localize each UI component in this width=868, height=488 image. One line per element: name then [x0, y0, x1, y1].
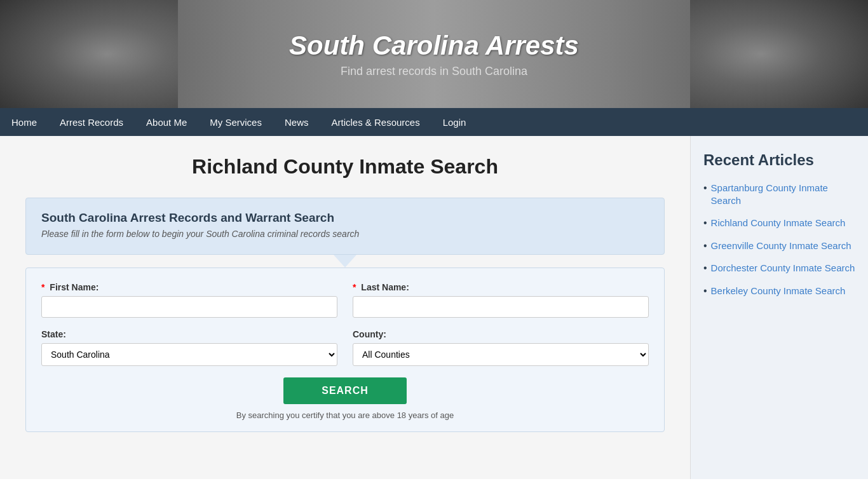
list-item: • Berkeley County Inmate Search — [703, 285, 855, 297]
article-link-2[interactable]: Richland County Inmate Search — [711, 217, 846, 229]
sidebar: Recent Articles • Spartanburg County Inm… — [690, 136, 868, 479]
list-item: • Spartanburg County Inmate Search — [703, 182, 855, 207]
county-label: County: — [353, 329, 649, 339]
nav-login[interactable]: Login — [431, 108, 478, 136]
bullet-icon-5: • — [703, 285, 707, 297]
sidebar-title: Recent Articles — [703, 151, 855, 169]
first-name-group: * First Name: — [41, 282, 337, 318]
list-item: • Greenville County Inmate Search — [703, 240, 855, 252]
state-group: State: South Carolina — [41, 329, 337, 366]
callout-arrow — [334, 255, 356, 268]
site-subtitle: Find arrest records in South Carolina — [289, 65, 579, 78]
county-select[interactable]: All Counties Richland County Berkeley Co… — [353, 343, 649, 366]
search-intro-box: South Carolina Arrest Records and Warran… — [25, 198, 665, 255]
bullet-icon-3: • — [703, 240, 707, 252]
bullet-icon-4: • — [703, 262, 707, 274]
certify-text: By searching you certify that you are ab… — [236, 410, 454, 420]
first-name-required-star: * — [41, 282, 44, 292]
list-item: • Dorchester County Inmate Search — [703, 262, 855, 274]
nav-arrest-records[interactable]: Arrest Records — [48, 108, 135, 136]
article-link-4[interactable]: Dorchester County Inmate Search — [711, 262, 855, 274]
article-link-1[interactable]: Spartanburg County Inmate Search — [711, 182, 855, 207]
search-box-subtitle: Please fill in the form below to begin y… — [41, 229, 649, 239]
article-link-3[interactable]: Greenville County Inmate Search — [711, 240, 851, 252]
last-name-required-star: * — [353, 282, 356, 292]
form-area: * First Name: * Last Name: State: — [25, 268, 665, 432]
header-hands-left-image — [0, 0, 178, 108]
county-group: County: All Counties Richland County Ber… — [353, 329, 649, 366]
first-name-label: * First Name: — [41, 282, 337, 292]
header-hands-right-image — [690, 0, 868, 108]
name-row: * First Name: * Last Name: — [41, 282, 649, 318]
bullet-icon-1: • — [703, 182, 707, 194]
nav-my-services[interactable]: My Services — [198, 108, 273, 136]
location-row: State: South Carolina County: All Counti… — [41, 329, 649, 366]
search-box-title: South Carolina Arrest Records and Warran… — [41, 211, 649, 225]
last-name-label: * Last Name: — [353, 282, 649, 292]
state-select[interactable]: South Carolina — [41, 343, 337, 366]
nav-about-me[interactable]: About Me — [135, 108, 198, 136]
nav-articles-resources[interactable]: Articles & Resources — [320, 108, 431, 136]
main-nav: Home Arrest Records About Me My Services… — [0, 108, 868, 136]
bullet-icon-2: • — [703, 217, 707, 229]
article-link-5[interactable]: Berkeley County Inmate Search — [711, 285, 846, 297]
first-name-input[interactable] — [41, 296, 337, 318]
main-wrapper: Richland County Inmate Search South Caro… — [0, 136, 868, 479]
recent-articles-list: • Spartanburg County Inmate Search • Ric… — [703, 182, 855, 297]
list-item: • Richland County Inmate Search — [703, 217, 855, 229]
nav-news[interactable]: News — [273, 108, 320, 136]
search-button[interactable]: SEARCH — [283, 377, 407, 404]
search-btn-row: SEARCH By searching you certify that you… — [41, 377, 649, 420]
last-name-group: * Last Name: — [353, 282, 649, 318]
header-text-block: South Carolina Arrests Find arrest recor… — [289, 30, 579, 78]
last-name-input[interactable] — [353, 296, 649, 318]
site-title: South Carolina Arrests — [289, 30, 579, 61]
site-header: South Carolina Arrests Find arrest recor… — [0, 0, 868, 108]
state-label: State: — [41, 329, 337, 339]
content-area: Richland County Inmate Search South Caro… — [0, 136, 690, 479]
page-title: Richland County Inmate Search — [25, 155, 665, 179]
nav-home[interactable]: Home — [0, 108, 48, 136]
